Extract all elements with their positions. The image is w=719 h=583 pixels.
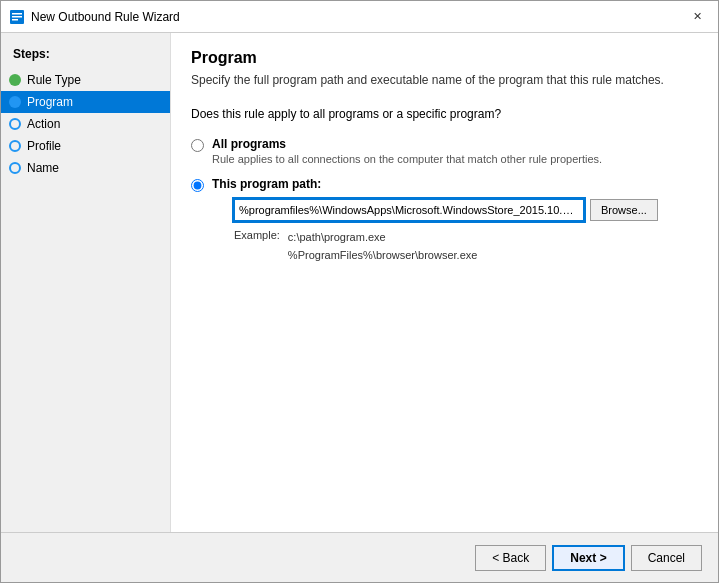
window-title: New Outbound Rule Wizard [31, 10, 684, 24]
sidebar: Steps: Rule Type Program Action Profile … [1, 33, 171, 532]
page-subtitle: Specify the full program path and execut… [191, 73, 698, 87]
title-bar: New Outbound Rule Wizard ✕ [1, 1, 718, 33]
sidebar-label-program: Program [27, 95, 73, 109]
example-label: Example: [234, 229, 280, 264]
sidebar-label-profile: Profile [27, 139, 61, 153]
next-button[interactable]: Next > [552, 545, 624, 571]
sidebar-label-action: Action [27, 117, 60, 131]
right-panel: Program Specify the full program path an… [171, 33, 718, 532]
example-line1: c:\path\program.exe [288, 231, 386, 243]
browse-button[interactable]: Browse... [590, 199, 658, 221]
example-row: Example: c:\path\program.exe %ProgramFil… [234, 229, 658, 264]
program-path-section: Browse... Example: c:\path\program.exe %… [234, 199, 658, 264]
all-programs-label-group: All programs Rule applies to all connect… [212, 137, 602, 165]
wizard-icon [9, 9, 25, 25]
dot-icon [9, 162, 21, 174]
sidebar-item-profile[interactable]: Profile [1, 135, 170, 157]
sidebar-item-rule-type[interactable]: Rule Type [1, 69, 170, 91]
dot-icon [9, 96, 21, 108]
program-path-input-row: Browse... [234, 199, 658, 221]
cancel-button[interactable]: Cancel [631, 545, 702, 571]
example-line2: %ProgramFiles%\browser\browser.exe [288, 249, 478, 261]
radio-all-programs[interactable] [191, 139, 204, 152]
this-program-label[interactable]: This program path: [212, 177, 658, 191]
this-program-label-group: This program path: Browse... Example: c:… [212, 177, 658, 264]
all-programs-label[interactable]: All programs [212, 137, 602, 151]
back-button[interactable]: < Back [475, 545, 546, 571]
sidebar-label-name: Name [27, 161, 59, 175]
dot-icon [9, 140, 21, 152]
radio-option-this-program: This program path: Browse... Example: c:… [191, 177, 698, 264]
window-controls: ✕ [684, 7, 710, 27]
svg-rect-1 [12, 13, 22, 15]
all-programs-desc: Rule applies to all connections on the c… [212, 153, 602, 165]
wizard-window: New Outbound Rule Wizard ✕ Steps: Rule T… [0, 0, 719, 583]
radio-this-program[interactable] [191, 179, 204, 192]
question-text: Does this rule apply to all programs or … [191, 107, 698, 121]
bottom-panel: < Back Next > Cancel [1, 532, 718, 582]
page-title: Program [191, 49, 698, 67]
radio-option-all-programs: All programs Rule applies to all connect… [191, 137, 698, 165]
close-button[interactable]: ✕ [684, 7, 710, 27]
svg-rect-3 [12, 19, 18, 21]
sidebar-label-rule-type: Rule Type [27, 73, 81, 87]
sidebar-header: Steps: [1, 43, 170, 69]
main-content: Steps: Rule Type Program Action Profile … [1, 33, 718, 532]
program-path-input[interactable] [234, 199, 584, 221]
radio-group: All programs Rule applies to all connect… [191, 137, 698, 264]
sidebar-item-action[interactable]: Action [1, 113, 170, 135]
dot-icon [9, 74, 21, 86]
example-value: c:\path\program.exe %ProgramFiles%\brows… [288, 229, 478, 264]
dot-icon [9, 118, 21, 130]
sidebar-item-name[interactable]: Name [1, 157, 170, 179]
svg-rect-2 [12, 16, 22, 18]
sidebar-item-program[interactable]: Program [1, 91, 170, 113]
